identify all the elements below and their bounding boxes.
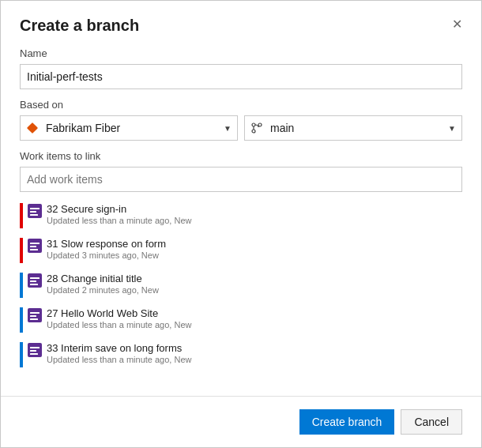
work-item-title: 33 Interim save on long forms [47, 342, 462, 354]
work-item: 33 Interim save on long forms Updated le… [20, 337, 462, 372]
work-item-icon [28, 308, 42, 322]
svg-rect-24 [30, 353, 38, 355]
svg-rect-19 [30, 315, 36, 317]
close-button[interactable]: ✕ [452, 18, 462, 31]
work-item: 28 Change initial title Updated 2 minute… [20, 268, 462, 303]
repo-select[interactable]: Fabrikam Fiber [20, 115, 238, 141]
work-item-text: 28 Change initial title Updated 2 minute… [47, 273, 462, 295]
work-item-icon [28, 343, 42, 357]
work-items-label: Work items to link [20, 150, 462, 162]
work-item-title: 27 Hello World Web Site [47, 307, 462, 319]
work-item: 32 Secure sign-in Updated less than a mi… [20, 198, 462, 233]
work-item-icon [28, 273, 42, 288]
svg-rect-8 [30, 214, 38, 216]
dialog-footer: Create branch Cancel [1, 396, 481, 447]
work-item-color-bar [20, 342, 23, 367]
work-items-input[interactable] [20, 167, 462, 192]
work-item-title: 32 Secure sign-in [47, 203, 462, 215]
based-on-row: Fabrikam Fiber ▼ main [20, 115, 462, 141]
work-item-icon [28, 204, 42, 218]
svg-rect-11 [30, 246, 36, 247]
work-items-list: 32 Secure sign-in Updated less than a mi… [20, 198, 462, 372]
work-item-text: 32 Secure sign-in Updated less than a mi… [47, 203, 462, 225]
svg-rect-14 [30, 277, 40, 279]
work-item-meta: Updated less than a minute ago, New [47, 355, 462, 364]
work-item-color-bar [20, 203, 23, 228]
create-branch-button[interactable]: Create branch [299, 409, 395, 435]
create-branch-dialog: Create a branch ✕ Name Based on Fabrikam… [0, 0, 482, 448]
work-item-icon [28, 239, 42, 253]
work-item-color-bar [20, 238, 23, 263]
svg-rect-22 [30, 347, 40, 348]
svg-rect-23 [30, 350, 36, 352]
dialog-header: Create a branch ✕ [1, 1, 481, 35]
work-item-text: 31 Slow response on form Updated 3 minut… [47, 238, 462, 260]
work-item-meta: Updated 3 minutes ago, New [47, 250, 462, 260]
svg-rect-6 [30, 208, 40, 209]
work-item-text: 27 Hello World Web Site Updated less tha… [47, 307, 462, 329]
name-input[interactable] [20, 64, 462, 89]
dialog-body: Name Based on Fabrikam Fiber ▼ [1, 35, 481, 396]
work-item-color-bar [20, 273, 23, 298]
repo-select-wrapper: Fabrikam Fiber ▼ [20, 115, 238, 141]
svg-rect-7 [30, 211, 36, 213]
work-item-color-bar [20, 307, 23, 333]
cancel-button[interactable]: Cancel [401, 409, 462, 435]
svg-rect-20 [30, 318, 38, 320]
name-label: Name [20, 47, 462, 59]
branch-select[interactable]: main [244, 115, 462, 141]
dialog-title: Create a branch [20, 17, 139, 35]
svg-rect-18 [30, 312, 40, 314]
work-item-text: 33 Interim save on long forms Updated le… [47, 342, 462, 364]
work-item-title: 28 Change initial title [47, 273, 462, 284]
work-item: 27 Hello World Web Site Updated less tha… [20, 303, 462, 337]
work-item-meta: Updated less than a minute ago, New [47, 320, 462, 329]
svg-rect-15 [30, 280, 36, 282]
work-item-title: 31 Slow response on form [47, 238, 462, 250]
svg-rect-10 [30, 243, 40, 244]
svg-rect-12 [30, 249, 38, 250]
work-item-meta: Updated less than a minute ago, New [47, 216, 462, 225]
work-item-meta: Updated 2 minutes ago, New [47, 285, 462, 295]
svg-rect-16 [30, 284, 38, 285]
based-on-label: Based on [20, 99, 462, 111]
work-item: 31 Slow response on form Updated 3 minut… [20, 233, 462, 268]
branch-select-wrapper: main ▼ [244, 115, 462, 141]
